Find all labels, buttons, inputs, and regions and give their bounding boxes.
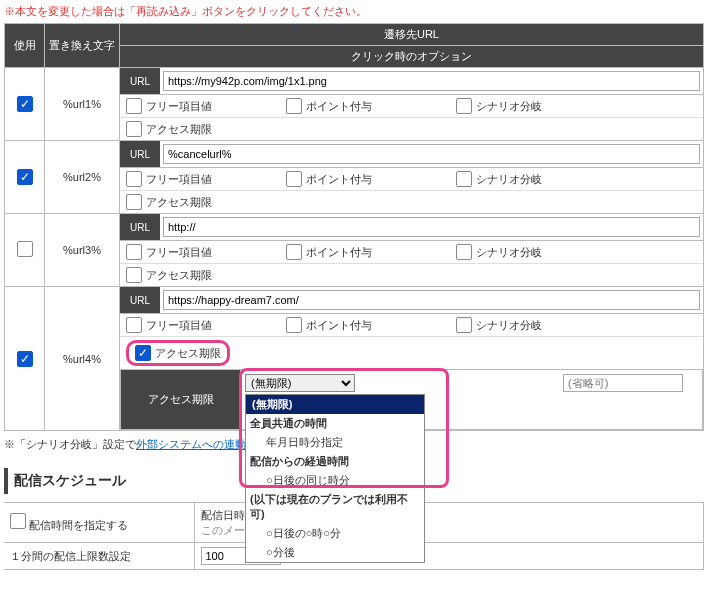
use-checkbox[interactable]: [17, 169, 33, 185]
url-settings-table: 使用 置き換え文字 遷移先URL クリック時のオプション %url1%URLフリ…: [4, 23, 704, 431]
point-checkbox[interactable]: [286, 244, 302, 260]
free-item-checkbox[interactable]: [126, 171, 142, 187]
group-elapsed: 配信からの経過時間: [246, 452, 424, 471]
free-item-label: フリー項目値: [146, 318, 212, 333]
use-checkbox[interactable]: [17, 351, 33, 367]
option-plan-min[interactable]: ○分後: [246, 543, 424, 562]
url-label: URL: [120, 287, 160, 313]
replace-token: %url2%: [45, 141, 120, 214]
point-label: ポイント付与: [306, 99, 372, 114]
free-item-checkbox[interactable]: [126, 98, 142, 114]
reload-note: ※本文を変更した場合は「再読み込み」ボタンをクリックしてください。: [4, 4, 716, 19]
group-plan-unavailable: (以下は現在のプランでは利用不可): [246, 490, 424, 524]
access-label: アクセス期限: [146, 268, 212, 283]
access-period-select[interactable]: (無期限): [245, 374, 355, 392]
use-checkbox[interactable]: [17, 241, 33, 257]
url-input[interactable]: [163, 144, 700, 164]
group-common: 全員共通の時間: [246, 414, 424, 433]
header-replace: 置き換え文字: [45, 24, 120, 68]
scenario-checkbox[interactable]: [456, 244, 472, 260]
header-transition: 遷移先URL: [120, 24, 704, 46]
point-checkbox[interactable]: [286, 317, 302, 333]
scenario-checkbox[interactable]: [456, 98, 472, 114]
table-row: %url1%URLフリー項目値ポイント付与シナリオ分岐アクセス期限: [5, 68, 704, 141]
access-label: アクセス期限: [146, 122, 212, 137]
access-label: アクセス期限: [155, 346, 221, 361]
scenario-checkbox[interactable]: [456, 317, 472, 333]
url-label: URL: [120, 141, 160, 167]
point-label: ポイント付与: [306, 318, 372, 333]
replace-token: %url3%: [45, 214, 120, 287]
url-input[interactable]: [163, 71, 700, 91]
use-checkbox[interactable]: [17, 96, 33, 112]
url-label: URL: [120, 214, 160, 240]
header-click-options: クリック時のオプション: [120, 46, 704, 68]
url-input[interactable]: [163, 217, 700, 237]
access-period-dropdown: (無期限)全員共通の時間年月日時分指定配信からの経過時間○日後の同じ時分(以下は…: [245, 394, 425, 563]
free-item-label: フリー項目値: [146, 245, 212, 260]
access-checkbox[interactable]: [135, 345, 151, 361]
option-elapsed-same[interactable]: ○日後の同じ時分: [246, 471, 424, 490]
point-checkbox[interactable]: [286, 98, 302, 114]
free-item-label: フリー項目値: [146, 172, 212, 187]
specify-time-checkbox[interactable]: [10, 513, 26, 529]
access-checkbox[interactable]: [126, 267, 142, 283]
free-item-checkbox[interactable]: [126, 244, 142, 260]
point-checkbox[interactable]: [286, 171, 302, 187]
option-plan-hm[interactable]: ○日後の○時○分: [246, 524, 424, 543]
table-row: %url3%URLフリー項目値ポイント付与シナリオ分岐アクセス期限: [5, 214, 704, 287]
table-row: %url4%URLフリー項目値ポイント付与シナリオ分岐アクセス期限アクセス期限(…: [5, 287, 704, 431]
header-use: 使用: [5, 24, 45, 68]
scenario-label: シナリオ分岐: [476, 318, 542, 333]
option-common-datetime[interactable]: 年月日時分指定: [246, 433, 424, 452]
point-label: ポイント付与: [306, 172, 372, 187]
access-highlight: アクセス期限: [126, 340, 230, 366]
replace-token: %url4%: [45, 287, 120, 431]
access-period-table: アクセス期限(無期限)(無期限)全員共通の時間年月日時分指定配信からの経過時間○…: [120, 369, 703, 430]
free-item-label: フリー項目値: [146, 99, 212, 114]
option-unlimited[interactable]: (無期限): [246, 395, 424, 414]
replace-token: %url1%: [45, 68, 120, 141]
free-item-checkbox[interactable]: [126, 317, 142, 333]
scenario-label: シナリオ分岐: [476, 245, 542, 260]
access-checkbox[interactable]: [126, 194, 142, 210]
specify-time-label: 配信時間を指定する: [29, 519, 128, 531]
scenario-label: シナリオ分岐: [476, 99, 542, 114]
url-label: URL: [120, 68, 160, 94]
scenario-label: シナリオ分岐: [476, 172, 542, 187]
access-period-header: アクセス期限: [121, 370, 241, 430]
point-label: ポイント付与: [306, 245, 372, 260]
access-label: アクセス期限: [146, 195, 212, 210]
scenario-checkbox[interactable]: [456, 171, 472, 187]
access-checkbox[interactable]: [126, 121, 142, 137]
access-extra-input[interactable]: [563, 374, 683, 392]
url-input[interactable]: [163, 290, 700, 310]
table-row: %url2%URLフリー項目値ポイント付与シナリオ分岐アクセス期限: [5, 141, 704, 214]
limit-label: １分間の配信上限数設定: [4, 543, 194, 570]
